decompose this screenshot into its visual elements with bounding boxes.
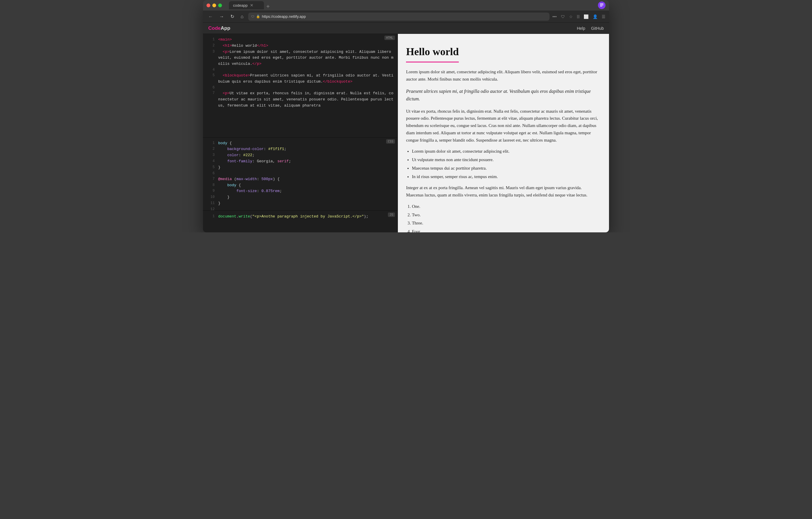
editor-panels: HTML 1 <main> 2 <h1>Hello world</h1> 3 <… <box>203 34 398 233</box>
code-line: 1 body { <box>203 140 397 146</box>
logo-code: Code <box>208 25 221 31</box>
code-line: 3 <p>Lorem ipsum dolor sit amet, consect… <box>203 49 397 67</box>
code-line: 3 color: #222; <box>203 153 397 159</box>
preview-heading: Hello world <box>406 43 459 62</box>
preview-paragraph-1: Lorem ipsum dolor sit amet, consectetur … <box>406 68 600 83</box>
app-logo: CodeApp <box>208 25 230 31</box>
preview-unordered-list: Lorem ipsum dolor sit amet, consectetur … <box>412 148 600 180</box>
code-line: 5 } <box>203 165 397 171</box>
code-line: 2 <h1>Hello world</h1> <box>203 43 397 49</box>
star-icon[interactable]: ☆ <box>569 14 573 19</box>
tab-view-icon[interactable]: ⬜ <box>584 14 588 19</box>
close-button[interactable] <box>206 3 210 7</box>
js-code-block[interactable]: 1 document.write("<p>Anothe paragraph in… <box>203 211 397 233</box>
code-line: 11 } <box>203 200 397 207</box>
code-line: 9 font-size: 0.875rem; <box>203 188 397 194</box>
menu-icon[interactable]: ☰ <box>602 14 606 19</box>
html-panel-label: HTML <box>384 36 395 40</box>
logo-app: App <box>221 25 230 31</box>
svg-rect-2 <box>600 6 602 6</box>
js-panel: JS 1 document.write("<p>Anothe paragraph… <box>203 211 397 233</box>
list-item: Maecenas tempus dui ac porttitor pharetr… <box>412 165 600 172</box>
preview-panel[interactable]: Hello world Lorem ipsum dolor sit amet, … <box>398 34 609 233</box>
list-item: Four. <box>412 228 600 233</box>
code-line: 8 body { <box>203 183 397 189</box>
traffic-lights <box>206 3 222 7</box>
tab-close-icon[interactable]: ✕ <box>250 3 254 7</box>
minimize-button[interactable] <box>212 3 216 7</box>
title-bar-right <box>598 1 606 9</box>
forward-button[interactable]: → <box>218 13 226 21</box>
bookmark-shield-icon[interactable]: 🛡 <box>561 14 565 19</box>
tabs-area: codeapp ✕ + <box>229 1 596 9</box>
code-line: 10 } <box>203 194 397 200</box>
preview-ordered-list: One. Two. Three. Four. <box>412 203 600 233</box>
list-item: Two. <box>412 211 600 219</box>
back-button[interactable]: ← <box>206 13 215 21</box>
more-icon[interactable]: ••• <box>552 14 557 19</box>
code-line: 1 <main> <box>203 37 397 43</box>
svg-rect-0 <box>600 3 604 4</box>
app-nav: Help GitHub <box>577 26 604 31</box>
code-line: 4 <box>203 67 397 73</box>
preview-paragraph-3: Integer at ex at ex porta fringilla. Aen… <box>406 184 600 199</box>
preview-blockquote: Praesent ultrices sapien mi, at fringill… <box>406 88 600 103</box>
refresh-button[interactable]: ↻ <box>229 12 236 21</box>
account-icon[interactable]: 👤 <box>593 14 598 19</box>
list-item: In id risus semper, semper risus ac, tem… <box>412 173 600 181</box>
home-button[interactable]: ⌂ <box>239 13 245 21</box>
address-bar: ← → ↻ ⌂ 🛡 🔒 https://codeapp.netlify.app … <box>203 10 609 23</box>
app-header: CodeApp Help GitHub <box>203 23 609 34</box>
code-line: 7 @media (max-width: 500px) { <box>203 176 397 183</box>
code-line: 6 <box>203 85 397 90</box>
maximize-button[interactable] <box>218 3 222 7</box>
list-item: One. <box>412 203 600 210</box>
html-panel: HTML 1 <main> 2 <h1>Hello world</h1> 3 <… <box>203 34 397 137</box>
code-line: 7 <p>Ut vitae ex porta, rhoncus felis in… <box>203 90 397 109</box>
reading-view-icon[interactable]: ||| <box>577 14 580 19</box>
address-bar-actions: ••• 🛡 ☆ ||| ⬜ 👤 ☰ <box>552 14 606 19</box>
js-panel-label: JS <box>388 213 395 217</box>
list-item: Three. <box>412 219 600 227</box>
code-line: 12 <box>203 207 397 211</box>
preview-paragraph-2: Ut vitae ex porta, rhoncus felis in, dig… <box>406 108 600 144</box>
help-link[interactable]: Help <box>577 26 585 31</box>
url-text: https://codeapp.netlify.app <box>262 14 306 19</box>
code-line: 6 <box>203 171 397 176</box>
list-item: Lorem ipsum dolor sit amet, consectetur … <box>412 148 600 155</box>
security-icon: 🛡 <box>251 15 254 18</box>
new-tab-button[interactable]: + <box>264 3 272 9</box>
url-bar[interactable]: 🛡 🔒 https://codeapp.netlify.app <box>248 12 550 21</box>
list-item: Ut vulputate metus non ante tincidunt po… <box>412 156 600 163</box>
svg-rect-1 <box>600 5 604 5</box>
title-bar: codeapp ✕ + <box>203 0 609 10</box>
css-code-block[interactable]: 1 body { 2 background-color: #f1f1f1; 3 … <box>203 137 397 211</box>
css-panel: CSS 1 body { 2 background-color: #f1f1f1… <box>203 137 397 211</box>
github-link[interactable]: GitHub <box>591 26 604 31</box>
browser-tab-active[interactable]: codeapp ✕ <box>229 1 264 9</box>
lock-icon: 🔒 <box>256 15 260 18</box>
code-line: 1 document.write("<p>Anothe paragraph in… <box>203 214 397 220</box>
code-line: 5 <blockquote>Praesent ultrices sapien m… <box>203 73 397 85</box>
css-panel-label: CSS <box>386 139 395 144</box>
tab-label: codeapp <box>233 3 248 7</box>
code-line: 2 background-color: #f1f1f1; <box>203 146 397 153</box>
browser-window: codeapp ✕ + ← → ↻ ⌂ 🛡 🔒 https://codeapp.… <box>203 0 609 233</box>
code-line: 4 font-family: Georgia, serif; <box>203 159 397 165</box>
main-content: HTML 1 <main> 2 <h1>Hello world</h1> 3 <… <box>203 34 609 233</box>
html-code-block[interactable]: 1 <main> 2 <h1>Hello world</h1> 3 <p>Lor… <box>203 34 397 137</box>
profile-icon[interactable] <box>598 1 606 9</box>
